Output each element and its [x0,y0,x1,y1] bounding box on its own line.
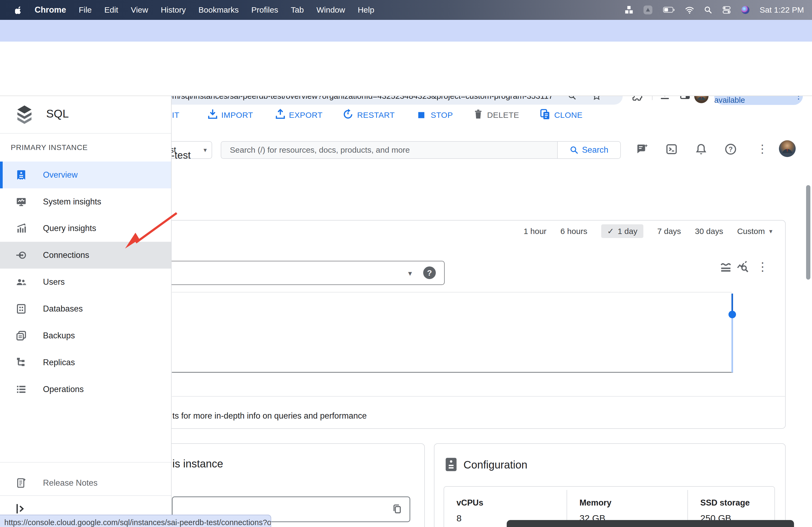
feedback-icon[interactable] [636,143,648,155]
delete-button[interactable]: DELETE [487,110,519,120]
more-options-icon[interactable]: ⋮ [757,142,768,155]
menu-tab[interactable]: Tab [291,5,304,15]
release-notes-icon [16,477,27,488]
area-chart-mode-icon[interactable] [720,261,732,274]
sidebar-item-replicas[interactable]: Replicas [0,349,171,376]
sidebar-item-databases[interactable]: Databases [0,296,171,322]
spec-label-ssd: SSD storage [700,498,750,508]
check-icon: ✓ [607,226,614,236]
import-icon [207,108,219,120]
configuration-title: Configuration [463,459,527,471]
app-tray-icon[interactable] [643,5,653,15]
sql-sidebar: SQL PRIMARY INSTANCE Overview System ins… [0,96,172,527]
sidebar-item-backups[interactable]: Backups [0,322,171,349]
help-icon[interactable]: ? [724,143,737,155]
chart-overflow-menu-icon[interactable]: ⋮ [757,260,768,273]
sidebar-divider [0,462,171,463]
collapse-sidebar-icon[interactable] [15,503,27,515]
chrome-toolbar: ← → console.cloud.google.com/sql/instanc… [0,42,812,67]
query-insights-hint-fragment: ts for more in-depth info on queries and… [172,411,367,421]
users-icon [16,276,27,288]
chevron-down-icon: ▾ [769,228,772,235]
product-title: SQL [46,107,69,120]
spec-label-vcpus: vCPUs [456,498,483,508]
restart-button[interactable]: RESTART [357,110,395,120]
import-button[interactable]: IMPORT [221,110,253,120]
stats-blocks-icon[interactable] [625,6,634,14]
chrome-tab-strip: Inbox (5 × Confere × Peerdb ( × DAIS DAI… [0,20,812,42]
time-range-6-hours[interactable]: 6 hours [561,227,587,236]
clone-icon [539,108,551,120]
search-placeholder: Search (/) for resources, docs, products… [230,146,410,154]
global-search-input[interactable]: Search (/) for resources, docs, products… [221,141,557,159]
export-button[interactable]: EXPORT [289,110,322,120]
sidebar-item-operations[interactable]: Operations [0,376,171,403]
time-range-selector: 1 hour 6 hours ✓ 1 day 7 days 30 days Cu… [524,224,772,238]
battery-icon[interactable] [663,6,675,14]
time-range-30-days[interactable]: 30 days [695,227,723,236]
siri-icon[interactable] [741,5,750,15]
metric-selector-dropdown[interactable]: ▾ [150,261,445,285]
export-icon [274,108,286,120]
annotation-arrow [118,209,188,255]
instance-title-fragment: -test [171,150,191,161]
metrics-card [150,220,786,429]
sidebar-item-overview[interactable]: Overview [0,162,171,189]
menu-help[interactable]: Help [358,5,374,15]
wifi-icon[interactable] [685,6,694,14]
spec-label-memory: Memory [579,498,611,508]
query-insights-icon [16,223,27,234]
menu-view[interactable]: View [131,5,148,15]
menu-edit[interactable]: Edit [104,5,118,15]
notifications-bell-icon[interactable] [695,143,707,155]
sidebar-item-release-notes[interactable]: Release Notes [0,470,171,496]
menu-file[interactable]: File [79,5,91,15]
cloud-shell-icon[interactable] [665,143,678,155]
delete-icon [473,108,484,120]
time-range-1-hour[interactable]: 1 hour [524,227,547,236]
menu-window[interactable]: Window [316,5,345,15]
stop-button[interactable]: STOP [431,110,453,120]
time-range-custom[interactable]: Custom ▾ [737,227,772,236]
copy-icon[interactable] [392,504,403,514]
menu-clock[interactable]: Sat 1:22 PM [760,5,804,15]
menu-app-name[interactable]: Chrome [35,5,66,15]
search-button-label: Search [582,145,608,155]
clone-button[interactable]: CLONE [554,110,582,120]
explore-data-icon[interactable] [736,261,749,274]
overview-icon [16,169,27,181]
chart-top-gridline [172,292,732,292]
server-config-icon [445,457,458,472]
menu-bookmarks[interactable]: Bookmarks [199,5,239,15]
cloud-sql-product-icon [15,105,34,125]
sidebar-section-label: PRIMARY INSTANCE [11,143,88,152]
metric-help-icon[interactable]: ? [423,267,436,279]
bottom-overlay-bar [507,520,794,527]
replicas-icon [16,357,27,368]
time-range-1-day-selected[interactable]: ✓ 1 day [601,224,643,238]
databases-icon [16,303,27,315]
search-icon [569,146,579,154]
macos-menu-bar: Chrome File Edit View History Bookmarks … [0,0,812,20]
account-avatar[interactable] [778,139,796,158]
chevron-down-icon: ▾ [204,146,207,154]
spec-value-vcpus: 8 [456,513,462,524]
selected-indicator [0,162,3,189]
search-button[interactable]: Search [557,141,621,159]
control-center-icon[interactable] [722,6,731,14]
chart-data-point[interactable] [728,311,736,318]
sidebar-product-header: SQL [0,96,171,134]
gcp-header: Google Cloud test ▾ Search (/) for resou… [0,67,812,96]
menu-profiles[interactable]: Profiles [251,5,278,15]
connect-card-title-fragment: is instance [172,458,223,470]
vertical-scrollbar[interactable] [806,185,810,280]
time-range-7-days[interactable]: 7 days [657,227,681,236]
apple-icon[interactable] [15,6,22,14]
operations-icon [16,384,27,395]
svg-text:?: ? [728,146,733,153]
sidebar-divider [0,495,171,496]
spotlight-search-icon[interactable] [704,6,712,14]
menu-history[interactable]: History [161,5,186,15]
sidebar-item-users[interactable]: Users [0,269,171,296]
system-insights-icon [16,196,27,207]
